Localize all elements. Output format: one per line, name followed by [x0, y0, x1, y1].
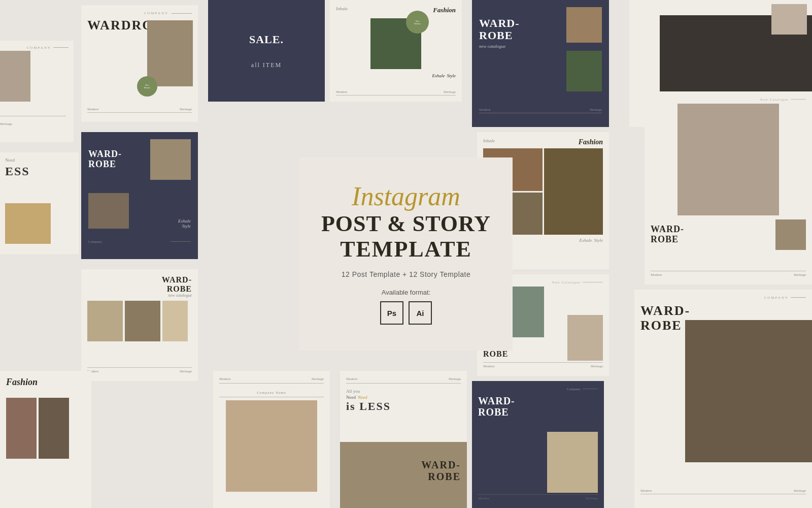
format-label: Available format:: [382, 289, 431, 296]
card-fashion-bottom-left: Fashion: [0, 371, 91, 508]
card-sale: SALE. all ITEM: [208, 0, 325, 102]
card-wardrobe-navy-left: WARD-ROBE Exhale Style Company: [81, 132, 198, 259]
title-instagram: Instagram: [352, 183, 460, 210]
title-post-story: POST & STORY: [321, 212, 491, 236]
format-ps-icon: Ps: [380, 301, 403, 325]
title-template: TEMPLATE: [340, 236, 472, 262]
sale-text: SALE.: [249, 33, 284, 46]
card-need-less-bottom: Modern Heritage All you Need Need is LES…: [340, 371, 467, 508]
card-far-left-lower: Need ESS: [0, 152, 79, 254]
card-wardrobe-navy-bottom-right: Company WARD-ROBE Modern Heritage: [472, 381, 604, 508]
format-icons-container: Ps Ai: [380, 301, 432, 325]
card-bottom-labels: Modern Heritage: [87, 107, 192, 113]
all-item-text: all ITEM: [251, 61, 282, 69]
main-hero-panel: Instagram POST & STORY TEMPLATE 12 Post …: [299, 157, 513, 351]
new-catalogue-label: new catalogue: [479, 44, 602, 49]
card-company-label: Company: [144, 11, 168, 15]
new-release-badge: NewRelease: [137, 76, 157, 97]
card-wardrobe-navy-top-right: WARD-ROBE new catalogue Modern Heritage: [472, 0, 609, 127]
card-wardrobe-top-left: Company WARDROBE NewRelease Modern Herit…: [81, 5, 198, 122]
subtitle: 12 Post Template + 12 Story Template: [342, 270, 470, 278]
format-ai-icon: Ai: [409, 301, 432, 325]
new-release-badge-2: NewRelease: [406, 11, 429, 34]
card-inhale-fashion-top: Inhale Fashion NewRelease Exhale Style M…: [330, 0, 462, 102]
card-far-right-middle: New Catalogue WARD-ROBE Modern Heritage: [645, 91, 812, 284]
card-far-left: Company Heritage: [0, 41, 74, 142]
card-wardrobe-far-right-bottom: Company WARD-ROBE Modern Heritage: [634, 290, 812, 508]
card-wardrobe-catalogue-left: WARD-ROBE new catalogue Modern Heritage: [81, 269, 198, 381]
card-story-bottom-left: Modern Heritage Company Name: [213, 371, 330, 508]
